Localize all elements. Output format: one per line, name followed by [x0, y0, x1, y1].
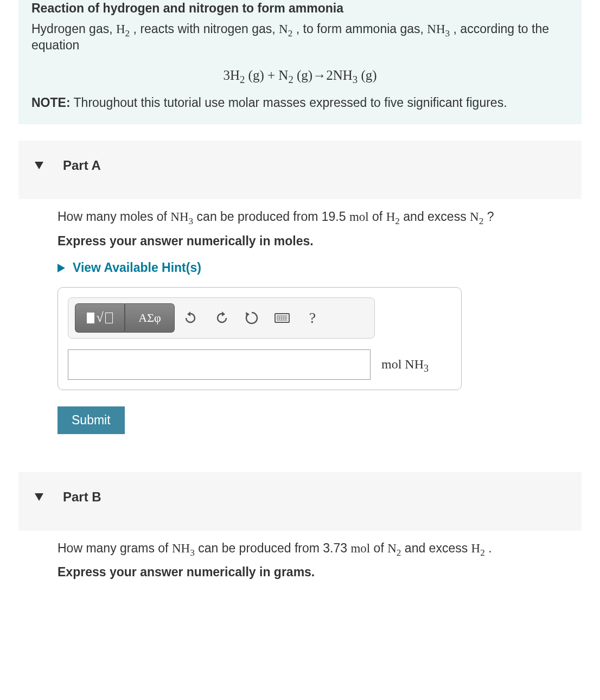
chemical-equation: 3H2 (g) + N2 (g)→2NH3 (g): [31, 60, 569, 95]
answer-panel: √ ΑΣφ ?: [58, 287, 462, 390]
q-text: How many grams of: [58, 541, 172, 555]
redo-icon: [214, 311, 228, 324]
intro-text: , reacts with nitrogen gas,: [130, 22, 279, 36]
chem-n2: N2: [470, 210, 483, 224]
chem-h2: H2: [471, 542, 485, 555]
note-text: Throughout this tutorial use molar masse…: [71, 96, 507, 110]
q-text: can be produced from 19.5: [193, 209, 349, 224]
help-icon: ?: [309, 309, 316, 327]
submit-button[interactable]: Submit: [58, 406, 125, 434]
reset-button[interactable]: [240, 306, 264, 330]
greek-label: ΑΣφ: [138, 311, 161, 325]
view-hints-link[interactable]: View Available Hint(s): [58, 260, 571, 287]
undo-button[interactable]: [179, 306, 203, 330]
chevron-down-icon: [35, 162, 43, 169]
keyboard-icon: [275, 313, 290, 323]
chem-h2: H2: [116, 22, 130, 36]
part-a-question: How many moles of NH3 can be produced fr…: [58, 209, 571, 234]
unit-mol: mol: [349, 210, 369, 224]
keyboard-button[interactable]: [270, 306, 294, 330]
part-b-body: How many grams of NH3 can be produced fr…: [18, 540, 582, 592]
q-text: of: [370, 541, 387, 555]
note-line: NOTE: Throughout this tutorial use molar…: [31, 95, 569, 111]
templates-icon: √: [87, 310, 112, 325]
chem-n2: N2: [387, 542, 401, 555]
answer-input[interactable]: [68, 349, 371, 380]
unit-mol: mol: [350, 542, 370, 555]
hint-label: View Available Hint(s): [73, 260, 201, 275]
chem-symbol: H: [116, 22, 125, 36]
intro-paragraph: Hydrogen gas, H2 , reacts with nitrogen …: [31, 21, 569, 60]
part-a-header[interactable]: Part A: [18, 141, 582, 199]
q-text: .: [485, 541, 492, 555]
format-button-group: √ ΑΣφ: [75, 303, 175, 333]
q-text: ?: [483, 209, 494, 224]
q-text: and excess: [401, 541, 471, 555]
redo-button[interactable]: [209, 306, 233, 330]
chem-nh3: NH3: [427, 22, 450, 36]
submit-label: Submit: [72, 413, 111, 427]
part-a-instruction: Express your answer numerically in moles…: [58, 234, 571, 260]
note-label: NOTE:: [31, 96, 71, 110]
q-text: can be produced from 3.73: [195, 541, 351, 555]
intro-text: , to form ammonia gas,: [292, 22, 427, 36]
chem-symbol: N: [279, 22, 288, 36]
chem-n2: N2: [279, 22, 292, 36]
chem-nh3: NH3: [170, 210, 193, 224]
chevron-right-icon: [58, 264, 65, 272]
part-a-title: Part A: [63, 158, 101, 173]
part-b-instruction: Express your answer numerically in grams…: [58, 565, 571, 591]
undo-icon: [184, 311, 198, 324]
greek-button[interactable]: ΑΣφ: [125, 303, 175, 333]
answer-unit: mol NH3: [381, 357, 429, 372]
answer-row: mol NH3: [68, 349, 451, 380]
q-text: How many moles of: [58, 209, 170, 224]
q-text: of: [369, 209, 386, 224]
q-text: and excess: [400, 209, 470, 224]
templates-button[interactable]: √: [75, 303, 125, 333]
intro-panel: Reaction of hydrogen and nitrogen to for…: [18, 0, 582, 124]
reset-icon: [245, 311, 259, 325]
unit-text: mol: [381, 357, 405, 371]
part-b-question: How many grams of NH3 can be produced fr…: [58, 540, 571, 565]
part-b-title: Part B: [63, 489, 101, 505]
intro-title: Reaction of hydrogen and nitrogen to for…: [31, 0, 569, 21]
intro-text: Hydrogen gas,: [31, 22, 116, 36]
help-button[interactable]: ?: [301, 306, 324, 330]
part-b-header[interactable]: Part B: [18, 472, 582, 531]
chem-h2: H2: [386, 210, 400, 224]
part-a-body: How many moles of NH3 can be produced fr…: [18, 209, 582, 454]
chevron-down-icon: [35, 493, 43, 501]
equation-toolbar: √ ΑΣφ ?: [68, 297, 375, 339]
chem-symbol: NH: [427, 22, 445, 36]
chem-nh3: NH3: [172, 542, 195, 555]
